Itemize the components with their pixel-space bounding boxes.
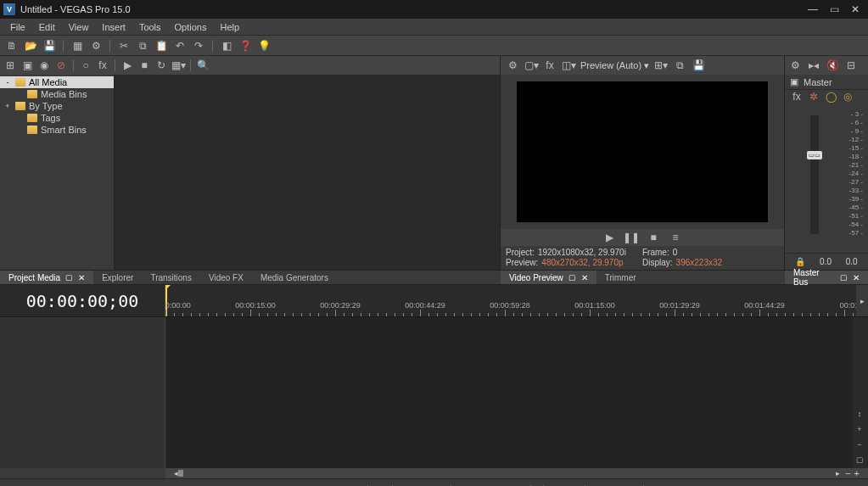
tab-video-fx[interactable]: Video FX — [200, 271, 252, 284]
mb-downmix-icon[interactable]: ▸◂ — [807, 59, 820, 72]
master-fader[interactable]: ▭▭ — [810, 115, 819, 234]
pm-capture-icon[interactable]: ▣ — [20, 59, 34, 72]
pv-settings-icon[interactable]: ⚙ — [506, 59, 519, 72]
tab-video-preview[interactable]: Video Preview▢✕ — [501, 271, 596, 284]
pv-fx-icon[interactable]: fx — [543, 59, 557, 72]
window-title: Untitled - VEGAS Pro 15.0 — [20, 4, 808, 14]
fader-thumb[interactable]: ▭▭ — [807, 151, 822, 159]
menu-edit[interactable]: Edit — [32, 22, 62, 32]
ruler-label: 00:01:15:00 — [574, 301, 615, 310]
pv-overlay-icon[interactable]: ⊞▾ — [654, 59, 668, 72]
pm-import-icon[interactable]: ⊞ — [3, 59, 17, 72]
zoom-out-v-icon[interactable]: − — [853, 438, 866, 451]
folder-icon — [15, 78, 25, 87]
scroll-right-icon[interactable]: ▸ — [836, 469, 840, 478]
pv-split-icon[interactable]: ◫▾ — [562, 59, 575, 72]
mb-settings-icon[interactable]: ⚙ — [788, 59, 802, 72]
mb-solo-icon[interactable]: ◎ — [841, 90, 854, 103]
pv-pause-icon[interactable]: ❚❚ — [624, 231, 638, 244]
marker-icon[interactable]: ▸ — [860, 297, 865, 305]
preview-video — [517, 81, 768, 222]
title-bar: V Untitled - VEGAS Pro 15.0 — ▭ ✕ — [0, 0, 868, 19]
pm-autoplay-icon[interactable]: ↻ — [154, 59, 168, 72]
tab-transitions[interactable]: Transitions — [142, 271, 200, 284]
mb-dim-icon[interactable]: 🔇 — [826, 59, 839, 72]
pm-stop-icon[interactable]: ■ — [137, 59, 151, 72]
tree-by-type[interactable]: +By Type — [0, 100, 114, 112]
menu-view[interactable]: View — [62, 22, 96, 32]
tree-all-media[interactable]: -All Media — [0, 76, 114, 88]
help-icon[interactable]: ❓ — [238, 39, 252, 53]
zoom-fit-icon[interactable]: ▢ — [853, 453, 866, 466]
tree-smart-bins[interactable]: Smart Bins — [0, 124, 114, 136]
whatsthis-icon[interactable]: 💡 — [257, 39, 271, 53]
zoom-out-h-icon[interactable]: − — [845, 468, 850, 478]
save-icon[interactable]: 💾 — [42, 39, 56, 53]
pv-copy-icon[interactable]: ⧉ — [673, 59, 686, 72]
pm-properties-icon[interactable]: ○ — [79, 59, 92, 72]
panel-tabs: Project Media▢✕ Explorer Transitions Vid… — [0, 270, 868, 285]
paste-icon[interactable]: 📋 — [154, 39, 168, 53]
app-icon: V — [3, 3, 15, 15]
lock-icon[interactable]: 🔒 — [795, 257, 805, 266]
close-button[interactable]: ✕ — [851, 3, 860, 15]
pm-views-icon[interactable]: ▦▾ — [171, 59, 185, 72]
undock-icon[interactable]: ▢ — [568, 273, 576, 282]
close-icon[interactable]: ✕ — [581, 273, 588, 282]
menu-tools[interactable]: Tools — [132, 22, 168, 32]
redo-icon[interactable]: ↷ — [192, 39, 205, 53]
track-area[interactable] — [165, 317, 853, 468]
pv-stop-icon[interactable]: ■ — [647, 231, 660, 244]
pm-search-icon[interactable]: 🔍 — [196, 59, 210, 72]
tab-trimmer[interactable]: Trimmer — [596, 271, 645, 284]
mb-mute-icon[interactable]: ◯ — [824, 90, 837, 103]
pv-save-icon[interactable]: 💾 — [692, 59, 705, 72]
pm-play-icon[interactable]: ▶ — [120, 59, 134, 72]
pv-menu-icon[interactable]: ≡ — [669, 231, 682, 244]
menu-insert[interactable]: Insert — [95, 22, 132, 32]
menu-file[interactable]: File — [3, 22, 32, 32]
undock-icon[interactable]: ▢ — [840, 273, 848, 282]
zoom-in-v-icon[interactable]: + — [853, 422, 866, 436]
maximize-button[interactable]: ▭ — [830, 3, 839, 15]
timeline-timecode[interactable]: 00:00:00;00 — [0, 285, 165, 316]
close-icon[interactable]: ✕ — [853, 273, 860, 282]
pv-quality-dropdown[interactable]: Preview (Auto) ▾ — [580, 60, 649, 71]
menu-help[interactable]: Help — [213, 22, 246, 32]
mb-fx-icon[interactable]: fx — [790, 90, 804, 103]
timeline-zoom-controls: ↕ + − ▢ — [853, 317, 868, 468]
zoom-in-h-icon[interactable]: + — [854, 468, 860, 478]
project-media-content[interactable] — [115, 75, 500, 270]
render-icon[interactable]: ▦ — [70, 39, 84, 53]
track-header-area[interactable] — [0, 317, 165, 468]
menu-options[interactable]: Options — [168, 22, 214, 32]
zoom-marker-icon[interactable]: ↕ — [853, 407, 866, 421]
pv-play-icon[interactable]: ▶ — [602, 231, 616, 244]
pv-external-icon[interactable]: ▢▾ — [524, 59, 538, 72]
tab-media-generators[interactable]: Media Generators — [252, 271, 337, 284]
master-expand-icon[interactable]: ▣ — [790, 76, 798, 87]
tab-explorer[interactable]: Explorer — [93, 271, 142, 284]
new-project-icon[interactable]: 🗎 — [5, 39, 19, 53]
tab-project-media[interactable]: Project Media▢✕ — [0, 271, 93, 284]
cut-icon[interactable]: ✂ — [117, 39, 131, 53]
pm-getmedia-icon[interactable]: ◉ — [37, 59, 51, 72]
mb-sliders-icon[interactable]: ⊟ — [844, 59, 858, 72]
undo-icon[interactable]: ↶ — [173, 39, 187, 53]
tab-master-bus[interactable]: Master Bus▢✕ — [785, 271, 868, 284]
minimize-button[interactable]: — — [808, 3, 818, 15]
copy-icon[interactable]: ⧉ — [136, 39, 149, 53]
tree-tags[interactable]: Tags — [0, 112, 114, 124]
scroll-thumb[interactable] — [178, 470, 183, 477]
timeline-ruler[interactable]: 00:00:00:0000:00:15:0000:00:29:2900:00:4… — [165, 285, 856, 316]
undock-icon[interactable]: ▢ — [65, 273, 73, 282]
properties-icon[interactable]: ⚙ — [89, 39, 103, 53]
open-icon[interactable]: 📂 — [24, 39, 37, 53]
pm-remove-icon[interactable]: ⊘ — [54, 59, 68, 72]
close-icon[interactable]: ✕ — [78, 273, 85, 282]
tree-media-bins[interactable]: Media Bins — [0, 88, 114, 100]
snap-icon[interactable]: ◧ — [220, 39, 233, 53]
pm-fx-icon[interactable]: fx — [96, 59, 109, 72]
mb-automation-icon[interactable]: ✲ — [807, 90, 820, 103]
h-scrollbar[interactable]: ◂ ▸ − + — [165, 468, 868, 478]
